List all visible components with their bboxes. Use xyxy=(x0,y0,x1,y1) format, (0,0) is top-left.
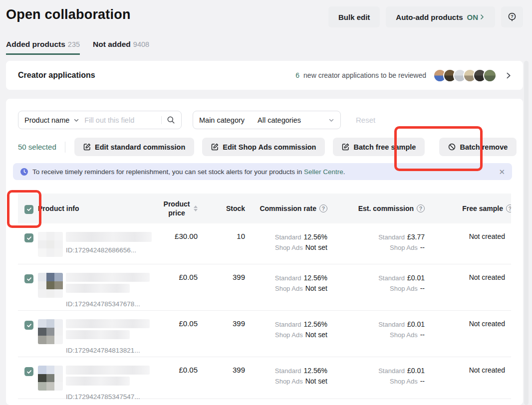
button-label: Batch remove xyxy=(460,143,508,151)
row-checkbox[interactable] xyxy=(24,274,33,283)
auto-add-status: ON xyxy=(467,13,479,21)
stock-alert-notice: To receive timely reminders for replenis… xyxy=(13,163,512,180)
header-commission-rate: Commission rate ? xyxy=(245,204,327,212)
category-label: Main category xyxy=(199,116,245,124)
chevron-down-icon xyxy=(328,117,334,123)
close-icon[interactable]: ✕ xyxy=(499,168,505,176)
row-checkbox[interactable] xyxy=(24,367,33,376)
auto-add-products-button[interactable]: Auto-add products ON xyxy=(386,6,495,27)
stock-value: 10 xyxy=(237,232,245,240)
divider xyxy=(65,142,65,153)
help-icon[interactable]: ? xyxy=(417,204,425,212)
table-row[interactable]: ID:1729424785347678... £0.05 399 Standar… xyxy=(18,264,511,311)
stock-value: 399 xyxy=(233,273,245,281)
search-field-selector[interactable]: Product name xyxy=(24,116,69,124)
table-row[interactable]: ID:1729424785347547... £0.05 399 Standar… xyxy=(18,357,511,399)
batch-free-sample-button[interactable]: Batch free sample xyxy=(333,138,425,156)
auto-add-label: Auto-add products xyxy=(396,13,463,21)
category-value: All categories xyxy=(258,116,324,124)
tab-not-added[interactable]: Not added 9408 xyxy=(93,40,149,55)
sort-icon[interactable] xyxy=(194,205,198,211)
tab-added-products[interactable]: Added products 235 xyxy=(6,40,80,55)
creator-applications-message: new creator applications to be reviewed xyxy=(303,71,426,79)
main-category-filter[interactable]: Main category All categories xyxy=(193,111,341,129)
product-thumbnail xyxy=(38,273,63,298)
creator-applications-title: Creator applications xyxy=(18,71,95,80)
standard-rate: 12.56% xyxy=(304,274,327,282)
reset-button[interactable]: Reset xyxy=(356,116,375,124)
page-title: Open collaboration xyxy=(6,7,131,22)
product-name-redacted xyxy=(66,232,152,244)
button-label: Edit Shop Ads commission xyxy=(223,143,316,151)
shop-ads-rate: Not set xyxy=(305,331,327,339)
creator-avatars xyxy=(433,69,497,82)
select-all-checkbox[interactable] xyxy=(24,205,33,214)
products-panel: Product name Fill out this field Main ca… xyxy=(6,99,523,405)
help-icon[interactable]: ? xyxy=(319,204,327,212)
chevron-down-icon xyxy=(73,117,79,123)
tab-count: 9408 xyxy=(133,40,149,48)
edit-standard-commission-button[interactable]: Edit standard commission xyxy=(74,138,194,156)
help-button[interactable]: ? xyxy=(501,6,523,27)
header-product-info: Product info xyxy=(38,204,153,212)
shop-ads-est: -- xyxy=(420,331,425,339)
product-price: £30.00 xyxy=(175,232,198,240)
tab-bar: Added products 235 Not added 9408 xyxy=(6,40,149,55)
shop-ads-est: -- xyxy=(420,377,425,385)
standard-label: Standard xyxy=(275,367,301,375)
shop-ads-label: Shop Ads xyxy=(275,244,303,251)
product-id: ID:1729424785347678... xyxy=(66,300,150,308)
batch-remove-button[interactable]: Batch remove xyxy=(439,138,517,156)
header-product-price[interactable]: Product price xyxy=(153,200,198,217)
help-icon[interactable]: ? xyxy=(506,204,511,212)
shop-ads-rate: Not set xyxy=(305,243,327,251)
standard-est: £0.01 xyxy=(407,367,425,375)
batch-action-row: 50 selected Edit standard commission Edi… xyxy=(18,138,517,156)
edit-shop-ads-commission-button[interactable]: Edit Shop Ads commission xyxy=(202,138,325,156)
selected-count: 50 selected xyxy=(18,143,65,151)
chevron-right-icon[interactable] xyxy=(505,72,512,79)
filter-row: Product name Fill out this field Main ca… xyxy=(18,111,375,129)
tab-label: Not added xyxy=(93,40,131,49)
question-tooltip-icon: ? xyxy=(507,12,517,22)
standard-label: Standard xyxy=(378,274,405,282)
stock-value: 399 xyxy=(233,319,245,328)
row-checkbox[interactable] xyxy=(24,321,33,330)
product-id: ID:1729424784813821... xyxy=(66,347,150,354)
product-id: ID:172942482686656... xyxy=(66,246,152,254)
table-row[interactable]: ID:1729424784813821... £0.05 399 Standar… xyxy=(18,311,511,357)
standard-rate: 12.56% xyxy=(304,233,327,241)
search-icon[interactable] xyxy=(167,116,175,124)
free-sample-status: Not created xyxy=(469,232,511,240)
table-row[interactable]: ID:172942482686656... £30.00 10 Standard… xyxy=(18,223,511,264)
seller-centre-link[interactable]: Seller Centre xyxy=(304,168,343,176)
shop-ads-rate: Not set xyxy=(305,284,327,292)
product-thumbnail xyxy=(38,232,63,257)
free-sample-status: Not created xyxy=(469,320,511,328)
header-est-commission: Est. commission ? xyxy=(327,204,425,212)
search-input[interactable]: Fill out this field xyxy=(84,116,156,124)
product-price: £0.05 xyxy=(179,366,198,374)
shop-ads-label: Shop Ads xyxy=(275,285,303,292)
product-name-redacted xyxy=(66,319,150,341)
edit-icon xyxy=(342,143,349,151)
products-table: Product info Product price Stock Commiss… xyxy=(18,194,511,405)
bulk-edit-button[interactable]: Bulk edit xyxy=(328,6,380,27)
table-header-row: Product info Product price Stock Commiss… xyxy=(18,194,511,223)
standard-est: £3.77 xyxy=(407,233,425,241)
standard-label: Standard xyxy=(378,367,405,375)
toolbar: Bulk edit Auto-add products ON ? xyxy=(328,6,523,27)
shop-ads-label: Shop Ads xyxy=(275,378,303,385)
product-thumbnail xyxy=(38,319,63,344)
product-price: £0.05 xyxy=(179,319,198,328)
standard-est: £0.01 xyxy=(407,320,425,328)
creator-applications-card[interactable]: Creator applications 6 new creator appli… xyxy=(6,61,523,90)
standard-label: Standard xyxy=(275,233,301,241)
row-checkbox[interactable] xyxy=(24,233,33,242)
shop-ads-label: Shop Ads xyxy=(390,378,418,385)
shop-ads-label: Shop Ads xyxy=(390,285,418,292)
vertical-scrollbar[interactable] xyxy=(524,61,529,405)
shop-ads-rate: Not set xyxy=(305,377,327,385)
product-name-redacted xyxy=(66,273,150,295)
tab-label: Added products xyxy=(6,40,65,49)
